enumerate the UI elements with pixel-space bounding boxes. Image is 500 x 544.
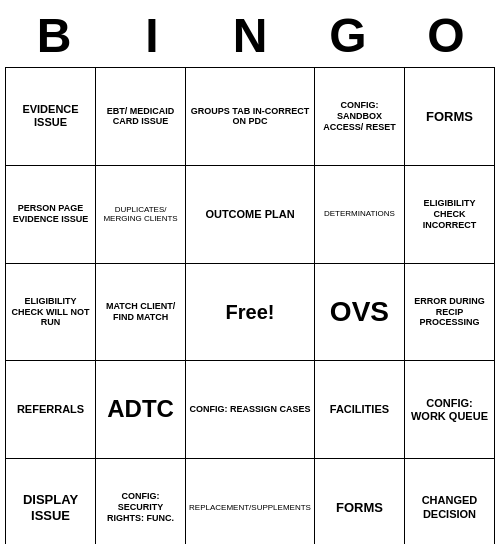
cell-0-2: GROUPS TAB IN-CORRECT ON PDC	[186, 68, 315, 166]
letter-n: N	[214, 8, 286, 63]
cell-2-4: ERROR DURING RECIP PROCESSING	[405, 264, 495, 362]
cell-0-0: EVIDENCE ISSUE	[6, 68, 96, 166]
cell-4-1: CONFIG: SECURITY RIGHTS: FUNC.	[96, 459, 186, 544]
bingo-card: B I N G O EVIDENCE ISSUEEBT/ MEDICAID CA…	[5, 8, 495, 544]
cell-3-0: REFERRALS	[6, 361, 96, 459]
cell-4-0: DISPLAY ISSUE	[6, 459, 96, 544]
cell-2-2: Free!	[186, 264, 315, 362]
bingo-grid: EVIDENCE ISSUEEBT/ MEDICAID CARD ISSUEGR…	[5, 67, 495, 544]
cell-1-2: OUTCOME PLAN	[186, 166, 315, 264]
letter-i: I	[116, 8, 188, 63]
cell-4-3: FORMS	[315, 459, 405, 544]
cell-3-1: ADTC	[96, 361, 186, 459]
cell-1-4: ELIGIBILITY CHECK INCORRECT	[405, 166, 495, 264]
cell-1-0: PERSON PAGE EVIDENCE ISSUE	[6, 166, 96, 264]
letter-b: B	[18, 8, 90, 63]
bingo-title: B I N G O	[5, 8, 495, 63]
letter-g: G	[312, 8, 384, 63]
cell-1-1: DUPLICATES/ MERGING CLIENTS	[96, 166, 186, 264]
cell-3-4: CONFIG: WORK QUEUE	[405, 361, 495, 459]
cell-2-0: ELIGIBILITY CHECK WILL NOT RUN	[6, 264, 96, 362]
letter-o: O	[410, 8, 482, 63]
cell-4-4: CHANGED DECISION	[405, 459, 495, 544]
cell-1-3: DETERMINATIONS	[315, 166, 405, 264]
cell-4-2: REPLACEMENT/SUPPLEMENTS	[186, 459, 315, 544]
cell-3-2: CONFIG: REASSIGN CASES	[186, 361, 315, 459]
cell-0-3: CONFIG: SANDBOX ACCESS/ RESET	[315, 68, 405, 166]
cell-0-4: FORMS	[405, 68, 495, 166]
cell-2-1: MATCH CLIENT/ FIND MATCH	[96, 264, 186, 362]
cell-3-3: FACILITIES	[315, 361, 405, 459]
cell-0-1: EBT/ MEDICAID CARD ISSUE	[96, 68, 186, 166]
cell-2-3: OVS	[315, 264, 405, 362]
